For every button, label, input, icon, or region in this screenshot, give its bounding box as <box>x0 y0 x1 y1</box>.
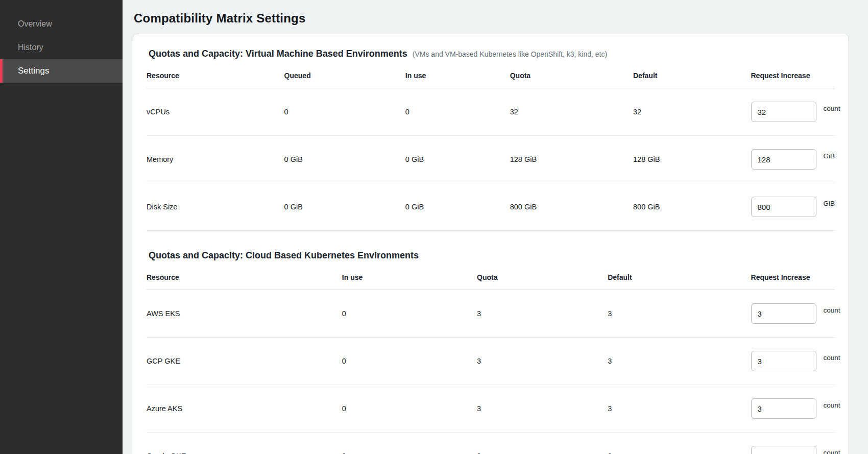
cell-resource: Disk Size <box>147 183 284 231</box>
cell-quota: 3 <box>477 385 608 433</box>
vm-col-default: Default <box>633 68 751 88</box>
vm-table-header-row: Resource Queued In use Quota Default Req… <box>147 68 835 88</box>
k8s-col-default: Default <box>608 270 751 290</box>
request-increase-control: count <box>751 303 835 324</box>
k8s-section-header: Quotas and Capacity: Cloud Based Kuberne… <box>149 250 835 261</box>
cell-quota: 32 <box>510 88 633 136</box>
cell-quota: 800 GiB <box>510 183 633 231</box>
cell-in-use: 0 <box>405 88 510 136</box>
table-row: Oracle OKE 0 3 3 count <box>147 433 835 454</box>
cell-request-increase: count <box>751 433 835 454</box>
request-increase-control: count <box>751 351 835 371</box>
request-increase-control: count <box>751 446 835 454</box>
cell-request-increase: count <box>751 290 835 338</box>
cell-resource: Oracle OKE <box>147 433 342 454</box>
cell-default: 3 <box>608 385 751 433</box>
page-title: Compatibility Matrix Settings <box>134 11 849 26</box>
cell-in-use: 0 <box>342 290 477 338</box>
table-row: GCP GKE 0 3 3 count <box>147 338 835 385</box>
unit-label: count <box>824 306 840 314</box>
cell-in-use: 0 <box>342 338 477 385</box>
cell-quota: 3 <box>477 433 608 454</box>
unit-label: GiB <box>824 200 835 207</box>
vm-section-header: Quotas and Capacity: Virtual Machine Bas… <box>149 49 835 59</box>
k8s-quota-table: Resource In use Quota Default Request In… <box>147 270 835 454</box>
request-increase-control: count <box>751 398 835 419</box>
cell-request-increase: GiB <box>751 136 835 183</box>
cell-in-use: 0 <box>342 385 477 433</box>
table-row: vCPUs 0 0 32 32 count <box>147 88 835 136</box>
cell-default: 128 GiB <box>633 136 751 183</box>
vm-section-title: Quotas and Capacity: Virtual Machine Bas… <box>149 49 407 59</box>
cell-default: 3 <box>608 433 751 454</box>
cell-in-use: 0 <box>342 433 477 454</box>
cell-resource: GCP GKE <box>147 338 342 385</box>
sidebar: Overview History Settings <box>0 0 123 454</box>
cell-default: 3 <box>608 338 751 385</box>
vm-col-quota: Quota <box>510 68 633 88</box>
cell-queued: 0 GiB <box>284 183 405 231</box>
sidebar-item-settings[interactable]: Settings <box>0 59 123 83</box>
vcpus-request-input[interactable] <box>751 102 816 122</box>
k8s-table-header-row: Resource In use Quota Default Request In… <box>147 270 835 290</box>
unit-label: count <box>824 105 840 112</box>
table-row: Memory 0 GiB 0 GiB 128 GiB 128 GiB GiB <box>147 136 835 183</box>
cell-in-use: 0 GiB <box>405 136 510 183</box>
cell-request-increase: count <box>751 385 835 433</box>
aws-eks-request-input[interactable] <box>751 303 816 324</box>
vm-col-queued: Queued <box>284 68 405 88</box>
vm-col-request-increase: Request Increase <box>751 68 835 88</box>
cell-resource: Azure AKS <box>147 385 342 433</box>
unit-label: GiB <box>824 152 835 160</box>
cell-default: 800 GiB <box>633 183 751 231</box>
memory-request-input[interactable] <box>751 149 816 170</box>
cell-request-increase: count <box>751 88 835 136</box>
cell-request-increase: count <box>751 338 835 385</box>
cell-quota: 3 <box>477 338 608 385</box>
table-row: AWS EKS 0 3 3 count <box>147 290 835 338</box>
unit-label: count <box>824 449 840 454</box>
cell-resource: AWS EKS <box>147 290 342 338</box>
vm-quota-table: Resource Queued In use Quota Default Req… <box>147 68 835 231</box>
request-increase-control: GiB <box>751 149 835 170</box>
cell-queued: 0 GiB <box>284 136 405 183</box>
vm-section-subtitle: (VMs and VM-based Kubernetes like OpenSh… <box>413 50 607 58</box>
sidebar-item-history[interactable]: History <box>0 36 123 59</box>
table-row: Disk Size 0 GiB 0 GiB 800 GiB 800 GiB Gi… <box>147 183 835 231</box>
cell-default: 32 <box>633 88 751 136</box>
cell-in-use: 0 GiB <box>405 183 510 231</box>
app-root: Overview History Settings Compatibility … <box>0 0 868 454</box>
k8s-col-in-use: In use <box>342 270 477 290</box>
request-increase-control: count <box>751 102 835 122</box>
disk-size-request-input[interactable] <box>751 197 816 217</box>
cell-quota: 128 GiB <box>510 136 633 183</box>
k8s-col-resource: Resource <box>147 270 342 290</box>
cell-default: 3 <box>608 290 751 338</box>
main-content: Compatibility Matrix Settings Quotas and… <box>123 0 868 454</box>
unit-label: count <box>824 354 840 362</box>
vm-col-in-use: In use <box>405 68 510 88</box>
gcp-gke-request-input[interactable] <box>751 351 816 371</box>
unit-label: count <box>824 401 840 409</box>
oracle-oke-request-input[interactable] <box>751 446 816 454</box>
request-increase-control: GiB <box>751 197 835 217</box>
cell-resource: vCPUs <box>147 88 284 136</box>
k8s-section-title: Quotas and Capacity: Cloud Based Kuberne… <box>149 250 419 261</box>
cell-resource: Memory <box>147 136 284 183</box>
cell-request-increase: GiB <box>751 183 835 231</box>
sidebar-item-overview[interactable]: Overview <box>0 12 123 36</box>
cell-queued: 0 <box>284 88 405 136</box>
cell-quota: 3 <box>477 290 608 338</box>
sidebar-item-label: History <box>18 43 43 52</box>
azure-aks-request-input[interactable] <box>751 398 816 419</box>
k8s-col-quota: Quota <box>477 270 608 290</box>
sidebar-item-label: Settings <box>18 66 49 76</box>
vm-col-resource: Resource <box>147 68 284 88</box>
table-row: Azure AKS 0 3 3 count <box>147 385 835 433</box>
sidebar-item-label: Overview <box>18 19 52 29</box>
k8s-col-request-increase: Request Increase <box>751 270 835 290</box>
settings-card: Quotas and Capacity: Virtual Machine Bas… <box>133 34 849 454</box>
